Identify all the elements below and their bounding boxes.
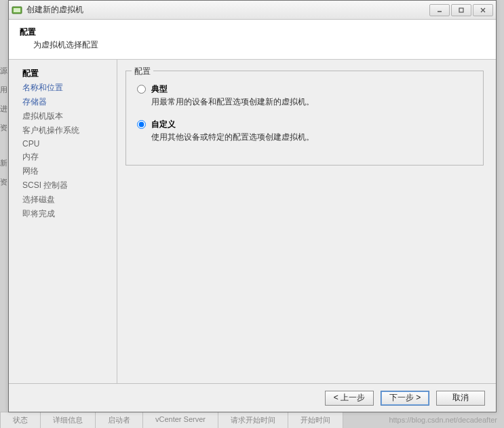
svg-rect-3 xyxy=(459,8,463,12)
titlebar[interactable]: 创建新的虚拟机 xyxy=(9,1,496,20)
close-button[interactable] xyxy=(473,4,493,16)
radio-typical[interactable] xyxy=(137,85,146,94)
bg-tab: vCenter Server xyxy=(142,412,218,428)
maximize-button[interactable] xyxy=(451,4,471,16)
radio-typical-label: 典型 xyxy=(151,83,472,95)
sidebar-step-version: 虚拟机版本 xyxy=(22,109,117,123)
radio-typical-desc: 用最常用的设备和配置选项创建新的虚拟机。 xyxy=(151,96,472,108)
radio-custom-label: 自定义 xyxy=(151,119,472,130)
wizard-body: 配置 名称和位置 存储器 虚拟机版本 客户机操作系统 CPU 内存 网络 SCS… xyxy=(9,60,496,392)
bg-tab: 详细信息 xyxy=(40,412,96,428)
sidebar-step-finish: 即将完成 xyxy=(22,207,117,221)
bg-tab: 启动者 xyxy=(95,412,143,428)
sidebar-step-memory: 内存 xyxy=(22,150,117,164)
sidebar-step-scsi: SCSI 控制器 xyxy=(22,178,117,193)
sidebar-step-guestos: 客户机操作系统 xyxy=(22,123,117,138)
sidebar-step-disk: 选择磁盘 xyxy=(22,193,117,207)
radio-custom[interactable] xyxy=(137,120,146,129)
sidebar-step-network: 网络 xyxy=(22,164,117,178)
groupbox-title: 配置 xyxy=(132,66,153,77)
config-groupbox: 配置 典型 用最常用的设备和配置选项创建新的虚拟机。 自定义 使用其他设备或特定… xyxy=(125,71,484,166)
app-icon xyxy=(12,5,22,16)
window-controls xyxy=(428,4,493,16)
minimize-button[interactable] xyxy=(429,4,450,16)
window-title: 创建新的虚拟机 xyxy=(26,4,428,16)
bg-tab: 请求开始时间 xyxy=(218,412,288,428)
dialog-window: 创建新的虚拟机 配置 为虚拟机选择配置 配置 名称和位置 存储器 虚拟机版本 客… xyxy=(8,0,497,412)
next-button[interactable]: 下一步 > xyxy=(381,391,429,406)
cancel-button[interactable]: 取消 xyxy=(436,391,485,406)
sidebar-step-config[interactable]: 配置 xyxy=(22,66,117,81)
svg-rect-1 xyxy=(14,8,20,12)
radio-option-typical[interactable]: 典型 用最常用的设备和配置选项创建新的虚拟机。 xyxy=(137,83,472,108)
sidebar-step-storage[interactable]: 存储器 xyxy=(22,95,117,109)
radio-custom-desc: 使用其他设备或特定的配置选项创建虚拟机。 xyxy=(151,132,472,143)
radio-option-custom[interactable]: 自定义 使用其他设备或特定的配置选项创建虚拟机。 xyxy=(137,119,472,143)
page-subtitle: 为虚拟机选择配置 xyxy=(33,39,485,51)
wizard-steps-sidebar: 配置 名称和位置 存储器 虚拟机版本 客户机操作系统 CPU 内存 网络 SCS… xyxy=(9,60,117,392)
sidebar-step-cpu: CPU xyxy=(22,138,117,150)
page-title: 配置 xyxy=(20,26,485,38)
wizard-main: 配置 典型 用最常用的设备和配置选项创建新的虚拟机。 自定义 使用其他设备或特定… xyxy=(117,60,496,392)
background-tabs: 状态 详细信息 启动者 vCenter Server 请求开始时间 开始时间 xyxy=(0,412,504,428)
back-button[interactable]: < 上一步 xyxy=(325,391,374,406)
bg-tab: 开始时间 xyxy=(288,412,343,428)
bg-tab: 状态 xyxy=(0,412,41,428)
sidebar-step-name[interactable]: 名称和位置 xyxy=(22,81,117,95)
wizard-footer: < 上一步 下一步 > 取消 xyxy=(9,383,496,412)
background-left-strip: 源 用 进 资 新 资 xyxy=(0,61,8,191)
wizard-header: 配置 为虚拟机选择配置 xyxy=(9,20,496,60)
